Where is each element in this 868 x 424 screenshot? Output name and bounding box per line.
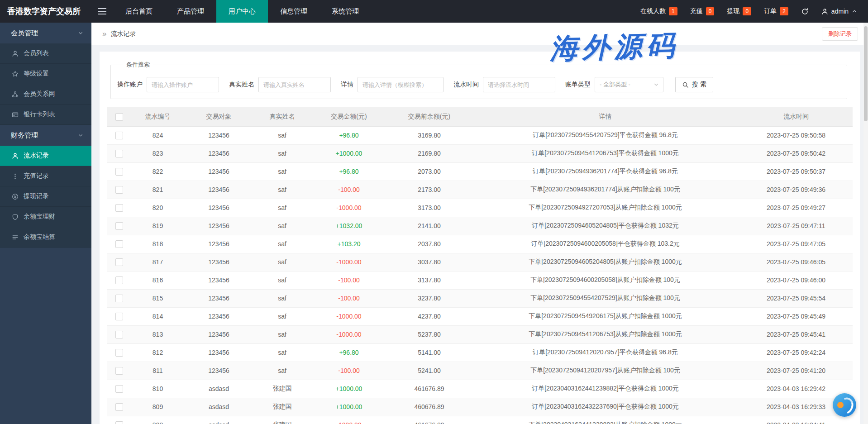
search-field-input-2[interactable] xyxy=(358,77,444,92)
table-row: 813123456saf-1000.005237.80下单[2023072509… xyxy=(107,325,853,343)
breadcrumb-icon: » xyxy=(102,29,106,38)
withdraw-icon xyxy=(12,193,19,200)
sidebar-item-1-0[interactable]: 流水记录 xyxy=(0,146,91,166)
sidebar-item-0-1[interactable]: 等级设置 xyxy=(0,64,91,84)
cell-balance: 5237.80 xyxy=(387,325,471,343)
scrollbar[interactable] xyxy=(863,23,868,424)
row-checkbox[interactable] xyxy=(115,222,123,230)
row-checkbox-cell xyxy=(107,144,132,162)
cell-realname: saf xyxy=(254,217,310,235)
cell-amount: +1000.00 xyxy=(310,144,387,162)
cell-balance: 461676.89 xyxy=(387,380,471,398)
cell-counterparty: asdasd xyxy=(184,380,254,398)
cell-realname: saf xyxy=(254,253,310,271)
breadcrumb-title: 流水记录 xyxy=(110,30,136,38)
nav-item-1[interactable]: 产品管理 xyxy=(165,0,216,23)
sidebar-item-0-3[interactable]: 银行卡列表 xyxy=(0,105,91,125)
sidebar-item-1-1[interactable]: 充值记录 xyxy=(0,166,91,186)
sidebar-item-1-3[interactable]: 余额宝理财 xyxy=(0,207,91,227)
content-card: 条件搜索 操作账户真实姓名详情流水时间账单类型- 全部类型 - 搜 索 流水编号… xyxy=(100,52,860,424)
row-checkbox[interactable] xyxy=(115,276,123,284)
cell-time: 2023-07-25 09:46:00 xyxy=(739,271,853,289)
records-table: 流水编号交易对象真实姓名交易金额(元)交易前余额(元)详情流水时间 824123… xyxy=(107,107,853,424)
search-field-input-3[interactable] xyxy=(483,77,555,92)
table-row: 821123456saf-100.002173.00下单[20230725094… xyxy=(107,181,853,199)
sidebar-item-label: 充值记录 xyxy=(24,172,49,180)
cell-balance: 2141.00 xyxy=(387,217,471,235)
cell-amount: -100.00 xyxy=(310,289,387,307)
top-nav: 后台首页产品管理用户中心信息管理系统管理 xyxy=(113,0,371,23)
stat-item-1[interactable]: 充值0 xyxy=(690,7,715,15)
cell-time: 2023-07-25 09:47:05 xyxy=(739,235,853,253)
sidebar-item-0-2[interactable]: 会员关系网 xyxy=(0,84,91,105)
cell-id: 818 xyxy=(132,235,184,253)
row-checkbox[interactable] xyxy=(115,168,123,176)
row-checkbox[interactable] xyxy=(115,132,123,139)
cell-id: 815 xyxy=(132,289,184,307)
bill-type-select[interactable]: - 全部类型 - xyxy=(595,77,663,92)
sidebar-group-0[interactable]: 会员管理 xyxy=(0,23,91,43)
cell-id: 821 xyxy=(132,181,184,199)
cell-amount: +1000.00 xyxy=(310,380,387,398)
finance-icon xyxy=(12,214,19,220)
cell-counterparty: 123456 xyxy=(184,199,254,217)
stat-item-3[interactable]: 订单2 xyxy=(764,7,788,15)
row-checkbox[interactable] xyxy=(115,150,123,157)
row-checkbox[interactable] xyxy=(115,186,123,194)
cell-detail: 下单[20230725094554207529]从账户扣除金额 100元 xyxy=(471,289,739,307)
row-checkbox[interactable] xyxy=(115,240,123,248)
cell-detail: 下单[20230725094549206175]从账户扣除金额 1000元 xyxy=(471,307,739,325)
row-checkbox-cell xyxy=(107,380,132,398)
customer-service-float-button[interactable] xyxy=(833,393,856,417)
sidebar-item-1-4[interactable]: 余额宝结算 xyxy=(0,227,91,248)
sidebar-group-1[interactable]: 财务管理 xyxy=(0,125,91,146)
row-checkbox[interactable] xyxy=(115,295,123,302)
sidebar-item-label: 会员列表 xyxy=(24,49,49,57)
table-head: 流水编号交易对象真实姓名交易金额(元)交易前余额(元)详情流水时间 xyxy=(107,107,853,126)
sidebar-item-0-0[interactable]: 会员列表 xyxy=(0,43,91,64)
nav-item-2[interactable]: 用户中心 xyxy=(216,0,268,23)
row-checkbox[interactable] xyxy=(115,331,123,338)
row-checkbox[interactable] xyxy=(115,349,123,357)
row-checkbox[interactable] xyxy=(115,403,123,411)
cell-id: 819 xyxy=(132,217,184,235)
scrollbar-thumb[interactable] xyxy=(864,26,868,121)
cell-counterparty: 123456 xyxy=(184,307,254,325)
nav-item-4[interactable]: 系统管理 xyxy=(320,0,371,23)
sidebar-item-1-2[interactable]: 提现记录 xyxy=(0,186,91,207)
search-field-input-1[interactable] xyxy=(258,77,331,92)
row-checkbox[interactable] xyxy=(115,204,123,212)
cell-amount: +96.80 xyxy=(310,343,387,362)
stat-item-0[interactable]: 在线人数1 xyxy=(640,7,677,15)
cell-realname: saf xyxy=(254,162,310,181)
cell-balance: 3237.80 xyxy=(387,289,471,307)
hamburger-icon[interactable] xyxy=(91,0,113,23)
refresh-icon[interactable] xyxy=(801,8,809,15)
sidebar-group-items-1: 流水记录充值记录提现记录余额宝理财余额宝结算 xyxy=(0,146,91,248)
row-checkbox[interactable] xyxy=(115,258,123,266)
row-checkbox[interactable] xyxy=(115,385,123,393)
row-checkbox[interactable] xyxy=(115,367,123,375)
nav-item-0[interactable]: 后台首页 xyxy=(113,0,165,23)
nav-item-3[interactable]: 信息管理 xyxy=(268,0,320,23)
sidebar-item-label: 流水记录 xyxy=(24,152,49,160)
user-menu[interactable]: admin xyxy=(821,8,857,15)
row-checkbox-cell xyxy=(107,199,132,217)
cell-id: 813 xyxy=(132,325,184,343)
row-checkbox-cell xyxy=(107,271,132,289)
search-button[interactable]: 搜 索 xyxy=(675,77,713,92)
header-checkbox-cell xyxy=(107,107,132,126)
delete-records-button[interactable]: 删除记录 xyxy=(822,27,858,41)
cell-balance: 2173.00 xyxy=(387,181,471,199)
row-checkbox[interactable] xyxy=(115,421,123,424)
cell-detail: 订单[20230725094554207529]平仓获得金额 96.8元 xyxy=(471,126,739,144)
chevron-down-icon xyxy=(653,82,659,87)
cell-detail: 下单[20230725094600205058]从账户扣除金额 100元 xyxy=(471,271,739,289)
row-checkbox-cell xyxy=(107,343,132,362)
cell-realname: saf xyxy=(254,144,310,162)
stat-item-2[interactable]: 提现0 xyxy=(727,7,751,15)
select-all-checkbox[interactable] xyxy=(115,113,123,121)
table-header-3: 交易金额(元) xyxy=(310,107,387,126)
row-checkbox[interactable] xyxy=(115,313,123,320)
search-field-input-0[interactable] xyxy=(147,77,219,92)
